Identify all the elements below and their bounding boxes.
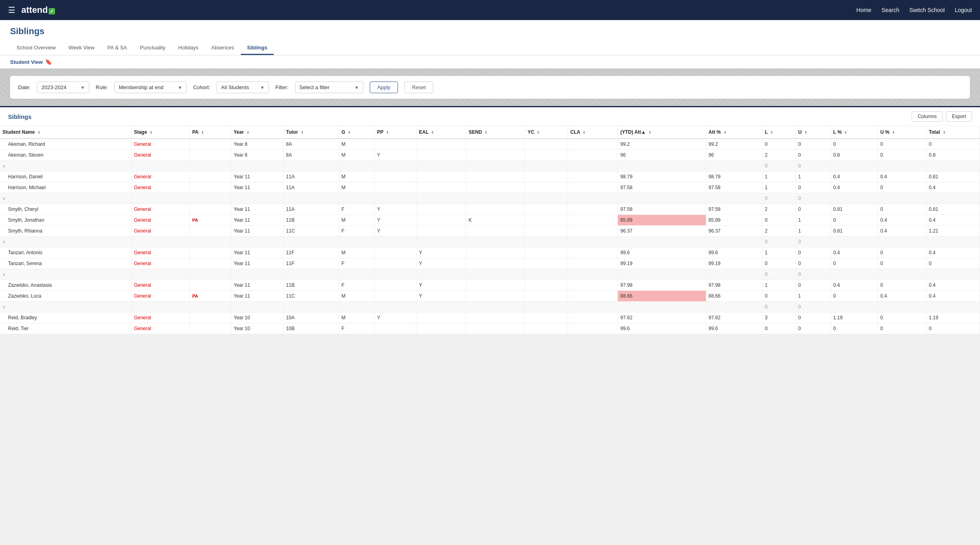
ytd-att-cell: 99.6 bbox=[618, 247, 706, 258]
table-row[interactable]: Reid, Bradley General Year 10 10A M Y 97… bbox=[0, 312, 980, 323]
student-name-cell[interactable]: Akeman, Steven bbox=[0, 150, 131, 161]
nav-switch-school[interactable]: Switch School bbox=[909, 7, 945, 13]
eal-cell bbox=[416, 150, 466, 161]
sort-icon: ⬇ bbox=[724, 131, 727, 135]
student-name-cell[interactable]: Smyth, Jonathan bbox=[0, 215, 131, 226]
reset-button[interactable]: Reset bbox=[404, 82, 433, 93]
tab-punctuality[interactable]: Punctuality bbox=[133, 41, 172, 55]
student-name-cell[interactable]: Akeman, Richard bbox=[0, 139, 131, 150]
table-row[interactable]: Zazwisko, Luca General PA Year 11 11C M … bbox=[0, 291, 980, 302]
total-cell: 0.4 bbox=[926, 291, 980, 302]
nav-logout[interactable]: Logout bbox=[955, 7, 972, 13]
tutor-cell: 8A bbox=[283, 150, 339, 161]
table-row[interactable]: Akeman, Richard General Year 8 8A M 99.2… bbox=[0, 139, 980, 150]
col-eal[interactable]: EAL ⬇ bbox=[416, 126, 466, 139]
student-name-cell[interactable]: Tanzari, Antonio bbox=[0, 247, 131, 258]
l-cell: 3 bbox=[762, 312, 795, 323]
rule-select[interactable]: Membership at end ▼ bbox=[114, 82, 187, 93]
student-name-cell[interactable]: Harrison, Michael bbox=[0, 182, 131, 193]
ytd-att-cell: 96 bbox=[618, 150, 706, 161]
ytd-att-cell: 96.37 bbox=[618, 226, 706, 237]
sort-icon: ⬇ bbox=[804, 131, 808, 135]
date-select[interactable]: 2023-2024 ▼ bbox=[37, 82, 89, 93]
tab-week-view[interactable]: Week View bbox=[62, 41, 101, 55]
table-row[interactable]: Reid, Tier General Year 10 10B F 99.6 99… bbox=[0, 323, 980, 334]
table-row[interactable]: Smyth, Rhianna General Year 11 11C F Y 9… bbox=[0, 226, 980, 237]
hamburger-icon[interactable]: ☰ bbox=[8, 5, 15, 15]
table-row[interactable]: Smyth, Cheryl General Year 11 11A F Y 97… bbox=[0, 204, 980, 215]
page-title: Siblings bbox=[10, 26, 970, 37]
col-tutor[interactable]: Tutor ⬇ bbox=[283, 126, 339, 139]
total-cell: 0.8 bbox=[926, 150, 980, 161]
student-name-cell[interactable]: Smyth, Cheryl bbox=[0, 204, 131, 215]
tab-holidays[interactable]: Holidays bbox=[172, 41, 205, 55]
col-pp[interactable]: PP ⬇ bbox=[375, 126, 416, 139]
cla-cell bbox=[568, 226, 618, 237]
table-row[interactable]: Smyth, Jonathan General PA Year 11 11B M… bbox=[0, 215, 980, 226]
stage-cell: General bbox=[131, 139, 190, 150]
col-student-name[interactable]: Student Name ⬇ bbox=[0, 126, 131, 139]
student-name-cell[interactable]: Tanzari, Serena bbox=[0, 258, 131, 269]
table-row[interactable]: Tanzari, Serena General Year 11 11F F Y … bbox=[0, 258, 980, 269]
col-total[interactable]: Total ⬇ bbox=[926, 126, 980, 139]
total-cell: 1.21 bbox=[926, 226, 980, 237]
col-l-pct[interactable]: L % ⬇ bbox=[830, 126, 877, 139]
eal-cell: Y bbox=[416, 291, 466, 302]
att-pct-cell: 99.2 bbox=[706, 139, 762, 150]
col-l[interactable]: L ⬇ bbox=[762, 126, 795, 139]
col-year[interactable]: Year ⬇ bbox=[231, 126, 283, 139]
eal-cell bbox=[416, 226, 466, 237]
columns-button[interactable]: Columns bbox=[912, 111, 943, 122]
send-cell: K bbox=[466, 215, 525, 226]
year-cell: Year 11 bbox=[231, 291, 283, 302]
export-button[interactable]: Export bbox=[946, 111, 972, 122]
student-name-cell[interactable]: Zazwisko, Anastasia bbox=[0, 280, 131, 291]
tutor-cell: 11C bbox=[283, 226, 339, 237]
student-name-cell[interactable]: Reid, Bradley bbox=[0, 312, 131, 323]
student-name-cell[interactable]: Reid, Tier bbox=[0, 323, 131, 334]
col-yc[interactable]: YC ⬇ bbox=[525, 126, 568, 139]
table-section: Siblings Columns Export Student Name ⬇ S… bbox=[0, 106, 980, 334]
table-header-row: Student Name ⬇ Stage ⬇ PA ⬇ Year ⬇ Tutor… bbox=[0, 126, 980, 139]
year-cell: Year 11 bbox=[231, 258, 283, 269]
apply-button[interactable]: Apply bbox=[370, 82, 398, 93]
col-ytd-att[interactable]: (YTD) Att▲ ⬇ bbox=[618, 126, 706, 139]
l-pct-cell: 0.81 bbox=[830, 204, 877, 215]
col-pa[interactable]: PA ⬇ bbox=[190, 126, 231, 139]
tab-siblings[interactable]: Siblings bbox=[241, 41, 274, 55]
eal-cell bbox=[416, 182, 466, 193]
tab-school-overview[interactable]: School Overview bbox=[10, 41, 62, 55]
nav-search[interactable]: Search bbox=[882, 7, 899, 13]
table-scroll-container[interactable]: Student Name ⬇ Stage ⬇ PA ⬇ Year ⬇ Tutor… bbox=[0, 126, 980, 334]
col-send[interactable]: SEND ⬇ bbox=[466, 126, 525, 139]
table-row[interactable]: Akeman, Steven General Year 8 8A M Y 96 … bbox=[0, 150, 980, 161]
u-cell: 0 bbox=[795, 139, 830, 150]
col-stage[interactable]: Stage ⬇ bbox=[131, 126, 190, 139]
student-name-cell[interactable]: Harrison, Daniel bbox=[0, 171, 131, 182]
student-name-cell[interactable]: Smyth, Rhianna bbox=[0, 226, 131, 237]
table-row[interactable]: Harrison, Daniel General Year 11 11A M 9… bbox=[0, 171, 980, 182]
tab-absences[interactable]: Absences bbox=[205, 41, 240, 55]
pp-cell: Y bbox=[375, 150, 416, 161]
tutor-cell: 8A bbox=[283, 139, 339, 150]
l-pct-cell: 0 bbox=[830, 323, 877, 334]
table-row[interactable]: Zazwisko, Anastasia General Year 11 11B … bbox=[0, 280, 980, 291]
student-name-cell[interactable]: Zazwisko, Luca bbox=[0, 291, 131, 302]
table-row[interactable]: Harrison, Michael General Year 11 11A M … bbox=[0, 182, 980, 193]
col-u[interactable]: U ⬇ bbox=[795, 126, 830, 139]
col-att-pct[interactable]: Att % ⬇ bbox=[706, 126, 762, 139]
filter-select[interactable]: Select a filter ▼ bbox=[295, 82, 363, 93]
total-cell: 0 bbox=[926, 258, 980, 269]
l-pct-cell: 0.4 bbox=[830, 280, 877, 291]
ytd-att-cell: 99.6 bbox=[618, 323, 706, 334]
nav-home[interactable]: Home bbox=[857, 7, 871, 13]
col-u-pct[interactable]: U % ⬇ bbox=[877, 126, 926, 139]
cohort-select[interactable]: All Students ▼ bbox=[217, 82, 269, 93]
tab-pa-sa[interactable]: PA & SA bbox=[101, 41, 133, 55]
col-g[interactable]: G ⬇ bbox=[339, 126, 375, 139]
table-row[interactable]: Tanzari, Antonio General Year 11 11F M Y… bbox=[0, 247, 980, 258]
date-value: 2023-2024 bbox=[41, 84, 66, 90]
pp-cell bbox=[375, 280, 416, 291]
u-cell: 1 bbox=[795, 215, 830, 226]
col-cla[interactable]: CLA ⬇ bbox=[568, 126, 618, 139]
